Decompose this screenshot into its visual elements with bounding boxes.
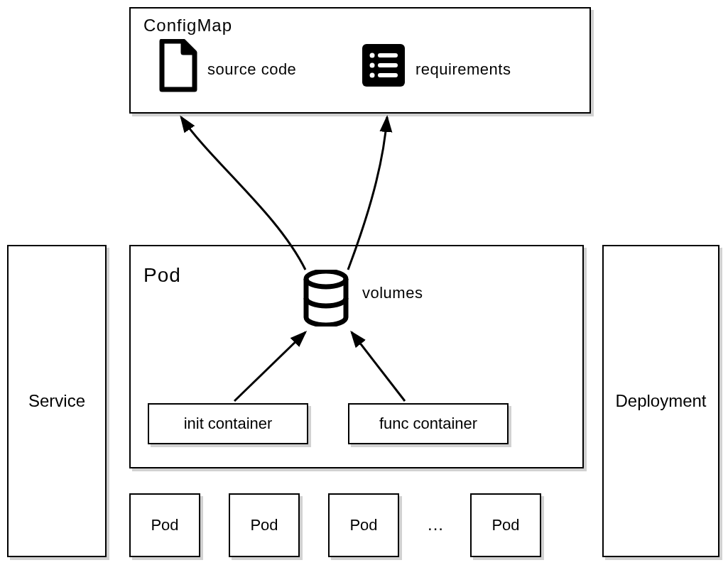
svg-point-5	[370, 73, 375, 78]
configmap-title: ConfigMap	[143, 16, 232, 35]
pod-title: Pod	[143, 264, 181, 287]
pod-row-label: Pod	[151, 516, 178, 534]
pod-row-label: Pod	[491, 516, 519, 534]
init-container-label: init container	[184, 415, 273, 433]
volumes-label: volumes	[362, 284, 423, 302]
func-container-label: func container	[379, 415, 477, 433]
service-title: Service	[28, 391, 85, 411]
deployment-title: Deployment	[615, 391, 706, 411]
pod-row-item-3: Pod	[328, 493, 399, 557]
svg-rect-6	[378, 73, 398, 77]
svg-rect-4	[378, 63, 398, 67]
svg-point-3	[370, 63, 375, 68]
pod-row-ellipsis: ...	[428, 515, 444, 534]
pod-row-item-4: Pod	[470, 493, 541, 557]
file-icon	[158, 39, 199, 92]
svg-point-7	[306, 271, 346, 287]
service-box: Service	[7, 245, 107, 557]
svg-rect-2	[378, 53, 398, 57]
source-code-label: source code	[207, 60, 296, 79]
diagram-root: ConfigMap source code requirements Servi…	[0, 0, 728, 565]
pod-row-label: Pod	[349, 516, 377, 534]
func-container-box: func container	[348, 403, 509, 444]
svg-point-1	[370, 53, 375, 58]
requirements-label: requirements	[415, 60, 511, 79]
pod-row-label: Pod	[250, 516, 278, 534]
pod-row-item-2: Pod	[229, 493, 300, 557]
pod-row-item-1: Pod	[129, 493, 200, 557]
deployment-box: Deployment	[602, 245, 719, 557]
list-icon	[362, 44, 405, 87]
database-icon	[302, 270, 350, 327]
init-container-box: init container	[148, 403, 308, 444]
